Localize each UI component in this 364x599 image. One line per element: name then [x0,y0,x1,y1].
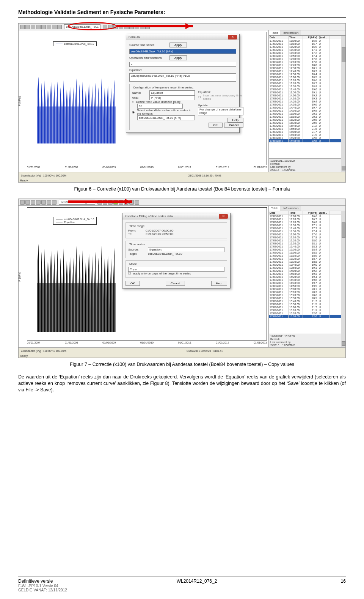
toolbar-icon[interactable] [57,25,62,29]
cancel-button[interactable]: Cancel [166,281,185,286]
table-row[interactable]: 17/08/201111:50:0017.4U [269,54,345,57]
table-row[interactable]: 17/08/201111:30:0017.1U [269,224,345,227]
apply-button[interactable]: Apply [169,55,187,60]
ok-button[interactable]: OK [209,123,223,128]
toolbar-icon[interactable] [47,25,51,29]
toolbar-icon[interactable] [25,25,30,29]
table-row[interactable]: 17/08/201115:20:0020.6U [269,118,345,121]
table-row[interactable]: 17/08/201114:40:0019.7U [269,106,345,109]
table-row[interactable]: 17/08/201112:40:0018.3U [269,245,345,248]
table-row[interactable]: 17/08/201113:20:0018.7U [269,82,345,85]
toolbar-icon[interactable] [20,25,25,29]
table-row[interactable]: 17/08/201114:00:0019.2U [269,269,345,272]
table-row[interactable]: 17/08/201116:30:0022.0U [269,139,345,142]
update-select[interactable]: For change of source data/time range [198,107,243,115]
toolbar-icon[interactable] [41,25,46,29]
table-row[interactable]: 17/08/201113:50:0019.1U [269,266,345,269]
table-row[interactable]: 17/08/201114:00:0019.2U [269,94,345,97]
toolbar-icon[interactable] [108,25,113,29]
table-row[interactable]: 17/08/201112:10:0017.8U [269,60,345,63]
source-select[interactable]: Equation: [148,247,224,252]
table-row[interactable]: 17/08/201113:00:0018.5U [269,251,345,254]
table-row[interactable]: 17/08/201114:30:0019.6U [269,278,345,281]
table-row[interactable]: 17/08/201115:30:0020.9U [269,296,345,300]
table-row[interactable]: 17/08/201113:40:0019.0U [269,88,345,91]
table-row[interactable]: 17/08/201116:00:0021.7U [269,306,345,309]
table-row[interactable]: 17/08/201116:10:0021.9U [269,309,345,312]
table-rows[interactable]: 17/08/201111:00:0016.6U17/08/201111:10:0… [269,39,345,158]
close-icon[interactable]: ✕ [228,35,237,39]
scrollbar[interactable] [341,211,345,347]
name-input[interactable]: Equation [149,90,195,95]
table-row[interactable]: 17/08/201114:10:0019.3U [269,272,345,275]
table-row[interactable]: 17/08/201115:40:0021.2U [269,124,345,127]
ok-button[interactable]: OK [126,281,140,286]
plot-area[interactable]: P [hPa] zes06aB84B.Druk_Tot.10 Equation … [19,206,268,347]
table-row[interactable]: 17/08/201115:20:0020.6U [269,293,345,296]
table-row[interactable]: 17/08/201112:20:0018.0U [269,239,345,242]
table-row[interactable]: 17/08/201112:50:0018.4U [269,73,345,76]
table-row[interactable]: 17/08/201111:30:0017.1U [269,48,345,51]
table-row[interactable]: 17/08/201112:40:0018.3U [269,69,345,73]
table-row[interactable]: 17/08/201114:10:0019.3U [269,97,345,100]
axis-select[interactable]: P [hPa] [149,95,195,100]
table-row[interactable]: 17/08/201112:00:0017.6U [269,57,345,60]
series-selector[interactable]: zes06aB84B.Druk_Tot.1 [64,24,100,29]
tab-table[interactable]: Table [269,30,281,35]
table-row[interactable]: 17/08/201113:10:0018.6U [269,79,345,82]
table-row[interactable]: 17/08/201113:10:0018.6U [269,254,345,257]
checkbox-insert-new[interactable]: ☐ [198,96,201,99]
table-row[interactable]: 17/08/201112:00:0017.6U [269,233,345,236]
tab-information[interactable]: Information [281,30,301,35]
table-row[interactable]: 17/08/201112:10:0017.8U [269,236,345,239]
table-row[interactable]: 17/08/201115:00:0020.1U [269,287,345,290]
radio-select-distance[interactable]: ◉ [132,110,135,114]
table-row[interactable]: 17/08/201112:30:0018.1U [269,242,345,245]
table-row[interactable]: 17/08/201111:20:0016.8U [269,221,345,224]
toolbar-icon[interactable] [47,200,51,205]
close-icon[interactable]: ✕ [219,214,228,219]
toolbar-icon[interactable] [36,25,41,29]
operators-input[interactable]: × [129,62,236,67]
tab-table[interactable]: Table [269,206,281,211]
table-row[interactable]: 17/08/201112:30:0018.1U [269,66,345,69]
table-row[interactable]: 17/08/201114:20:0019.4U [269,100,345,103]
toolbar-icon[interactable] [20,200,25,205]
table-row[interactable]: 17/08/201112:50:0018.4U [269,248,345,251]
apply-button[interactable]: Apply [169,43,187,47]
table-row[interactable]: 17/08/201115:10:0020.3U [269,115,345,118]
series-distance-select[interactable]: zes06aB84B.Druk_Tot.10 [hPa] [137,115,195,120]
table-row[interactable]: 17/08/201116:20:0022.0U [269,136,345,139]
table-row[interactable]: 17/08/201116:20:0022.0U [269,312,345,315]
table-row[interactable]: 17/08/201115:40:0021.2U [269,300,345,303]
table-row[interactable]: 17/08/201114:50:0019.9U [269,109,345,112]
source-series-input[interactable]: zes06aB84B.Druk_Tot.10 [hPa] [129,49,236,54]
table-row[interactable]: 17/08/201111:20:0016.9U [269,45,345,48]
table-row[interactable]: 17/08/201111:10:0016.7U [269,218,345,221]
table-row[interactable]: 17/08/201116:00:0021.7U [269,130,345,133]
toolbar-icon[interactable] [52,25,56,29]
toolbar-icon[interactable] [103,25,107,29]
help-button[interactable]: Help [228,118,243,123]
toolbar-icon[interactable] [31,25,35,29]
toolbar-icon[interactable] [31,200,35,205]
table-row[interactable]: 17/08/201111:50:0017.4U [269,230,345,233]
equation-input[interactable]: value('zes06aB84B.Druk_Tot.10 [hPa]')*10… [129,73,236,82]
table-row[interactable]: 17/08/201115:10:0020.3U [269,290,345,293]
table-row[interactable]: 17/08/201115:00:0020.1U [269,112,345,115]
table-row[interactable]: 17/08/201114:40:0019.7U [269,281,345,284]
table-row[interactable]: 17/08/201114:50:0019.9U [269,284,345,287]
table-row[interactable]: 17/08/201111:40:0017.2U [269,51,345,54]
table-row[interactable]: 17/08/201114:30:0019.6U [269,103,345,106]
table-row[interactable]: 17/08/201111:00:0016.6U [269,214,345,218]
table-row[interactable]: 17/08/201111:00:0016.6U [269,39,345,42]
table-row[interactable]: 17/08/201111:10:0016.7U [269,42,345,45]
toolbar-icon[interactable] [52,200,56,205]
mode-select[interactable]: Copy: [128,267,224,272]
table-rows[interactable]: 17/08/201111:00:0016.6U17/08/201111:10:0… [269,214,345,334]
checkbox-apply-gaps[interactable]: ☐ [128,272,131,275]
table-row[interactable]: 17/08/201113:00:0018.5U [269,76,345,79]
plot-area[interactable]: P [hPa] zes06aB84B.Druk_Tot.10 3020100 F… [19,30,268,172]
table-row[interactable]: 17/08/201115:30:0020.9U [269,121,345,124]
radio-define-fixed[interactable]: ○ [132,100,134,104]
